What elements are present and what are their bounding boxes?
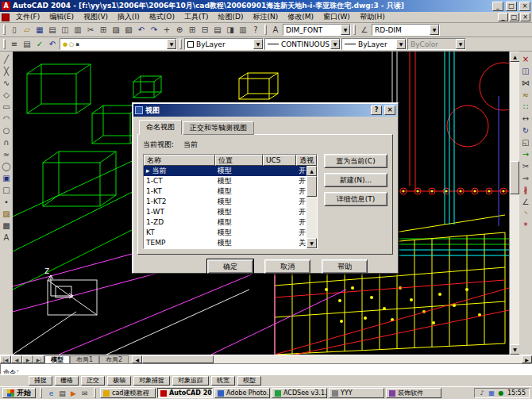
mirror-icon[interactable]: ⋈	[519, 77, 532, 89]
next-layout-icon[interactable]: ▶	[22, 355, 33, 363]
line-icon[interactable]: ╱	[0, 53, 13, 65]
status-toggle[interactable]: 正交	[81, 376, 105, 386]
copy-icon[interactable]: ⊞	[97, 24, 110, 36]
scrollbar-thumb[interactable]	[306, 176, 317, 197]
close-button[interactable]: ×	[519, 2, 530, 11]
column-header-location[interactable]: 位置	[215, 155, 263, 166]
view-list-row[interactable]: 1-WT模型开	[144, 207, 306, 217]
array-icon[interactable]: ∷	[519, 101, 532, 113]
hatch-icon[interactable]: ▨	[0, 208, 13, 220]
menu-item[interactable]: 插入(I)	[113, 12, 145, 22]
menu-item[interactable]: 视图(V)	[79, 12, 113, 22]
dim-style-icon[interactable]: ∠	[358, 24, 371, 36]
copy-object-icon[interactable]: ◫	[519, 65, 532, 77]
internet-explorer-icon[interactable]: e	[46, 388, 56, 398]
layer-previous-icon[interactable]: ↶	[46, 38, 59, 50]
plot-icon[interactable]: ▤	[46, 24, 59, 36]
rectangle-icon[interactable]: ▭	[0, 101, 13, 113]
status-toggle[interactable]: 线宽	[211, 376, 235, 386]
show-desktop-icon[interactable]: ▤	[57, 388, 67, 398]
make-block-icon[interactable]: □	[0, 184, 13, 196]
menu-item[interactable]: 窗口(W)	[318, 12, 355, 22]
menu-item[interactable]: 编辑(E)	[44, 12, 79, 22]
undo-icon[interactable]: ↶	[135, 24, 148, 36]
status-toggle[interactable]: 捕捉	[29, 376, 52, 386]
spline-icon[interactable]: ≈	[0, 148, 13, 160]
prev-layout-icon[interactable]: ◀	[11, 355, 22, 363]
toolbar-grip[interactable]	[264, 25, 267, 35]
scroll-left-icon[interactable]: ◀	[132, 355, 142, 363]
view-dialog-titlebar[interactable]: 视图 ? ×	[133, 104, 397, 117]
properties-icon[interactable]: ▤	[211, 24, 224, 36]
scroll-right-icon[interactable]: ▶	[522, 355, 532, 363]
fillet-icon[interactable]: ◝	[519, 208, 532, 220]
help-button[interactable]: 帮助	[322, 259, 368, 274]
view-list-row[interactable]: 1-CT模型开	[144, 176, 306, 186]
dropdown-arrow-icon[interactable]: ▼	[396, 39, 406, 49]
scrollbar-track[interactable]	[306, 176, 317, 238]
arc-icon[interactable]: ◠	[0, 113, 13, 125]
view-list-row[interactable]: KT模型开	[144, 228, 306, 238]
tool-palettes-icon[interactable]: ▥	[237, 24, 249, 36]
zoom-window-icon[interactable]: ⊞	[186, 24, 199, 36]
open-icon[interactable]: ▱	[21, 24, 33, 36]
canvas-horizontal-scrollbar[interactable]: ◀ ▶	[132, 355, 532, 363]
move-icon[interactable]: ↔	[519, 113, 532, 125]
text-style-combo[interactable]: DIM_FONT ▼	[283, 24, 351, 36]
zoom-realtime-icon[interactable]: ⊕	[173, 24, 186, 36]
task-button[interactable]: YYY	[329, 388, 384, 398]
status-toggle[interactable]: 对象捕捉	[133, 376, 170, 386]
view-list-row[interactable]: TEMP模型关	[144, 238, 306, 248]
stretch-icon[interactable]: →	[519, 148, 532, 160]
restore-button[interactable]: □	[506, 2, 517, 11]
toolbar-grip[interactable]	[3, 39, 6, 49]
task-button[interactable]: AutoCAD 200...	[157, 388, 213, 398]
pan-icon[interactable]: +	[160, 24, 173, 36]
offset-icon[interactable]: ≈	[519, 89, 532, 101]
menu-item[interactable]: 修改(M)	[283, 12, 318, 22]
scrollbar-track[interactable]	[142, 355, 522, 363]
construction-line-icon[interactable]: ╳	[0, 65, 13, 77]
layer-combo[interactable]: ●○▪ ▼	[60, 38, 177, 50]
region-icon[interactable]: ▩	[0, 220, 13, 232]
column-header-name[interactable]: 名称	[144, 155, 215, 166]
status-toggle[interactable]: 模型	[237, 376, 261, 386]
save-icon[interactable]: ▦	[33, 24, 46, 36]
revision-cloud-icon[interactable]: ∩	[0, 136, 13, 148]
layer-current-icon[interactable]: ✓	[33, 38, 46, 50]
scrollbar-thumb[interactable]	[142, 355, 214, 363]
task-button[interactable]: cad建模教程	[100, 388, 156, 398]
view-list-row[interactable]: 1-ZD模型开	[144, 217, 306, 228]
explode-icon[interactable]: *	[519, 220, 532, 232]
status-toggle[interactable]: 极轴	[107, 376, 131, 386]
menu-item[interactable]: 文件(F)	[11, 12, 44, 22]
doc-minimize-button[interactable]: _	[498, 13, 508, 21]
trim-icon[interactable]: ✂	[519, 160, 532, 172]
menu-item[interactable]: 绘图(D)	[213, 12, 248, 22]
layer-states-icon[interactable]: ▤	[21, 38, 33, 50]
last-layout-icon[interactable]: ▶|	[33, 355, 44, 363]
view-list-row[interactable]: 1-KT2模型开	[144, 197, 306, 207]
set-current-button[interactable]: 置为当前(C)	[324, 154, 387, 168]
text-style-icon[interactable]: A	[269, 24, 282, 36]
extend-icon[interactable]: ⇒	[519, 172, 532, 184]
text-icon[interactable]: A	[0, 232, 13, 244]
taskbar-grip[interactable]	[40, 388, 42, 398]
minimize-button[interactable]: _	[492, 2, 503, 11]
listview-scrollbar[interactable]: ▲ ▼	[306, 166, 317, 248]
network-icon[interactable]: ▦	[488, 389, 495, 397]
linetype-combo[interactable]: CONTINUOUS ▼	[264, 38, 341, 50]
doc-close-button[interactable]: ×	[520, 13, 530, 21]
insert-block-icon[interactable]: ▣	[0, 172, 13, 184]
command-window[interactable]: 命令:	[0, 363, 532, 374]
dropdown-arrow-icon[interactable]: ▼	[167, 39, 176, 49]
tab-orthographic-views[interactable]: 正交和等轴测视图	[183, 121, 254, 135]
view-list-row[interactable]: ▸ 当前模型开	[144, 166, 306, 176]
publish-icon[interactable]: ▥	[71, 24, 84, 36]
view-list-row[interactable]: 1-KT模型开	[144, 186, 306, 197]
drawing-canvas[interactable]: Z 视图 ? × 命名视图 正交和等轴测视图 当前视	[13, 52, 509, 355]
layout-tab[interactable]: 布局2	[99, 355, 129, 363]
zoom-previous-icon[interactable]: ⊟	[199, 24, 211, 36]
scale-icon[interactable]: ◱	[519, 136, 532, 148]
column-header-perspective[interactable]: 透视	[296, 155, 317, 166]
